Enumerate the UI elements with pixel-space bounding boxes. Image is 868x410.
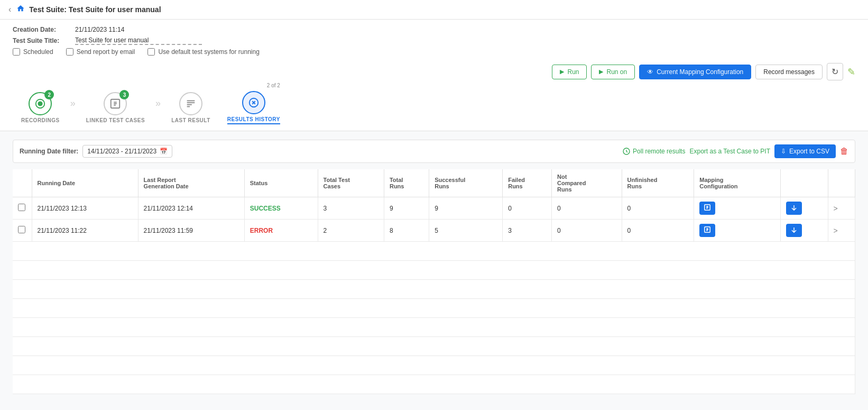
- run-on-button[interactable]: ▶ Run on: [591, 65, 635, 79]
- use-default-checkbox[interactable]: [147, 48, 155, 56]
- back-button[interactable]: ‹: [8, 5, 11, 14]
- delete-button[interactable]: 🗑: [840, 147, 848, 156]
- tab-recordings-label: RECORDINGS: [21, 117, 60, 123]
- row1-checkbox-cell: [13, 197, 32, 220]
- empty-row: [13, 299, 855, 318]
- export-csv-button[interactable]: ⇩ Export to CSV: [774, 144, 836, 158]
- export-pit-button[interactable]: Export as a Test Case to PIT: [689, 148, 770, 155]
- row2-total-test-cases: 2: [318, 220, 384, 242]
- edit-button[interactable]: ✎: [847, 66, 855, 78]
- row1-mapping-config: [694, 197, 781, 220]
- row2-unfinished-runs: 0: [622, 220, 694, 242]
- empty-row: [13, 375, 855, 394]
- row1-last-report-date: 21/11/2023 12:14: [138, 197, 244, 220]
- empty-row: [13, 280, 855, 299]
- row1-successful-runs: 9: [429, 197, 503, 220]
- col-header-total-runs: TotalRuns: [384, 169, 429, 197]
- run-label: Run: [567, 68, 579, 76]
- row2-expand-button[interactable]: >: [834, 226, 838, 235]
- send-report-checkbox[interactable]: [66, 48, 73, 56]
- col-header-not-compared-runs: NotComparedRuns: [552, 169, 622, 197]
- run-on-label: Run on: [606, 68, 627, 76]
- suite-title-label: Test Suite Title:: [13, 37, 71, 44]
- current-mapping-label: Current Mapping Configuration: [657, 68, 743, 76]
- row1-total-runs: 9: [384, 197, 429, 220]
- current-mapping-button[interactable]: 👁 Current Mapping Configuration: [639, 65, 751, 79]
- row1-expand-cell: >: [828, 197, 855, 220]
- tab-last-result-label: LAST RESULT: [171, 117, 210, 123]
- row2-status: ERROR: [244, 220, 318, 242]
- col-header-last-report-date: Last ReportGeneration Date: [138, 169, 244, 197]
- col-header-running-date: Running Date: [32, 169, 138, 197]
- row2-failed-runs: 3: [503, 220, 552, 242]
- scheduled-label: Scheduled: [23, 48, 53, 56]
- tab-linked-test-cases[interactable]: 3 LINKED TEST CASES: [78, 90, 153, 125]
- filter-label: Running Date filter:: [20, 148, 78, 155]
- empty-row: [13, 337, 855, 356]
- tab-results-history[interactable]: 2 of 2 RESULTS HISTORY: [219, 89, 289, 126]
- row1-status: SUCCESS: [244, 197, 318, 220]
- table-row: 21/11/2023 11:22 21/11/2023 11:59 ERROR …: [13, 220, 855, 242]
- col-header-failed-runs: FailedRuns: [503, 169, 552, 197]
- tab-separator-1: »: [70, 98, 76, 117]
- col-header-expand: [828, 169, 855, 197]
- suite-title-input[interactable]: [75, 37, 202, 45]
- use-default-label: Use default test systems for running: [158, 48, 259, 56]
- run-button[interactable]: ▶ Run: [552, 65, 587, 79]
- row2-checkbox[interactable]: [18, 226, 25, 233]
- tab-results-history-label: RESULTS HISTORY: [227, 116, 280, 124]
- row2-last-report-date: 21/11/2023 11:59: [138, 220, 244, 242]
- tab-recordings[interactable]: 2 RECORDINGS: [13, 90, 68, 125]
- col-header-total-test-cases: Total TestCases: [318, 169, 384, 197]
- row1-running-date: 21/11/2023 12:13: [32, 197, 138, 220]
- col-header-checkbox: [13, 169, 32, 197]
- eye-icon: 👁: [647, 68, 653, 76]
- creation-date-label: Creation Date:: [13, 26, 71, 33]
- download-icon: ⇩: [781, 148, 786, 155]
- tab-linked-test-cases-label: LINKED TEST CASES: [86, 117, 145, 123]
- date-range-input[interactable]: 14/11/2023 - 21/11/2023 📅: [82, 145, 172, 158]
- record-messages-label: Record messages: [763, 68, 815, 76]
- col-header-mapping-configuration: MappingConfiguration: [694, 169, 781, 197]
- col-header-download: [780, 169, 828, 197]
- row2-mapping-config: [694, 220, 781, 242]
- run-on-play-icon: ▶: [599, 68, 603, 75]
- tab-last-result[interactable]: LAST RESULT: [163, 90, 219, 125]
- run-play-icon: ▶: [560, 68, 564, 75]
- creation-date-value: 21/11/2023 11:14: [75, 26, 124, 33]
- row2-expand-cell: >: [828, 220, 855, 242]
- refresh-icon: ↻: [832, 67, 838, 76]
- poll-remote-label: Poll remote results: [633, 148, 685, 155]
- row1-unfinished-runs: 0: [622, 197, 694, 220]
- trash-icon: 🗑: [840, 147, 848, 156]
- home-icon[interactable]: [16, 4, 25, 15]
- row2-mapping-button[interactable]: [699, 224, 715, 237]
- row1-download-button[interactable]: [786, 202, 802, 215]
- row2-download-button[interactable]: [786, 224, 802, 237]
- export-pit-label: Export as a Test Case to PIT: [689, 148, 770, 155]
- page-title: Test Suite: Test Suite for user manual: [29, 5, 161, 14]
- empty-row: [13, 261, 855, 280]
- edit-icon: ✎: [847, 67, 855, 77]
- row2-total-runs: 8: [384, 220, 429, 242]
- refresh-button[interactable]: ↻: [827, 63, 843, 80]
- row1-expand-button[interactable]: >: [834, 204, 838, 213]
- results-table: Running Date Last ReportGeneration Date …: [13, 169, 855, 394]
- row1-failed-runs: 0: [503, 197, 552, 220]
- scheduled-checkbox[interactable]: [13, 48, 20, 56]
- row2-not-compared-runs: 0: [552, 220, 622, 242]
- row1-checkbox[interactable]: [18, 204, 25, 211]
- col-header-unfinished-runs: UnfinishedRuns: [622, 169, 694, 197]
- row1-not-compared-runs: 0: [552, 197, 622, 220]
- empty-row: [13, 318, 855, 337]
- calendar-icon: 📅: [160, 148, 168, 155]
- poll-remote-button[interactable]: Poll remote results: [622, 147, 685, 156]
- row1-mapping-button[interactable]: [699, 202, 715, 215]
- row2-successful-runs: 5: [429, 220, 503, 242]
- empty-row: [13, 242, 855, 261]
- record-messages-button[interactable]: Record messages: [755, 65, 823, 79]
- results-history-count: 2 of 2: [267, 83, 280, 88]
- col-header-status: Status: [244, 169, 318, 197]
- linked-test-cases-badge: 3: [119, 90, 129, 99]
- row2-download-cell: [780, 220, 828, 242]
